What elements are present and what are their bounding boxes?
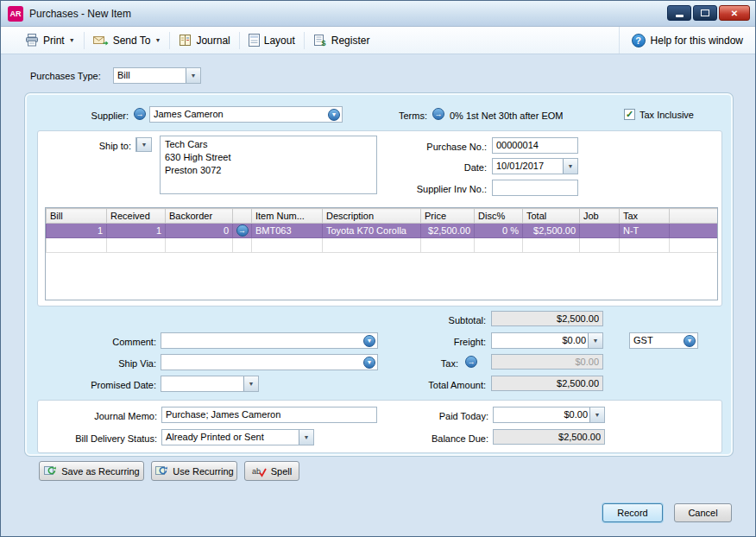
cell-tax[interactable]: N-T <box>620 224 670 238</box>
paid-today-field[interactable]: $0.00 ▼ <box>493 407 605 423</box>
cell-backorder[interactable]: 0 <box>166 224 233 238</box>
terms-value: 0% 1st Net 30th after EOM <box>450 108 563 123</box>
minimize-button[interactable] <box>667 5 691 21</box>
close-button[interactable]: ✕ <box>719 5 750 21</box>
purchase-no-field[interactable]: 00000014 <box>492 137 578 154</box>
svg-text:$: $ <box>321 39 325 47</box>
row-detail-arrow-icon[interactable]: → <box>236 224 249 237</box>
record-button[interactable]: Record <box>602 503 663 522</box>
table-row-empty[interactable] <box>47 238 718 253</box>
supplier-zoom-arrow-icon[interactable]: → <box>134 108 146 120</box>
subtotal-label: Subtotal: <box>400 313 486 328</box>
cell-filler <box>670 238 718 253</box>
cell-total[interactable] <box>523 238 580 253</box>
date-dropdown-button[interactable]: ▼ <box>563 159 577 174</box>
journal-button[interactable]: Journal <box>170 29 238 52</box>
cell-item-number[interactable] <box>252 238 323 253</box>
layout-button[interactable]: Layout <box>240 29 304 52</box>
cell-price[interactable] <box>421 238 475 253</box>
col-header-bill: Bill <box>47 209 107 224</box>
promised-date-field[interactable]: ▼ <box>161 376 259 392</box>
bill-delivery-status-select[interactable]: Already Printed or Sent ▼ <box>161 429 314 445</box>
ship-via-select[interactable]: ▼ <box>161 354 378 370</box>
supplier-inv-no-label: Supplier Inv No.: <box>386 181 487 197</box>
terms-label: Terms: <box>363 108 427 123</box>
tax-value: $0.00 <box>495 356 599 369</box>
table-header-row: Bill Received Backorder Item Num... Desc… <box>47 209 718 224</box>
journal-memo-field[interactable]: Purchase; James Cameron <box>161 407 377 423</box>
ship-to-address-field[interactable]: Tech Cars 630 High Street Preston 3072 <box>160 136 377 194</box>
cell-bill[interactable]: 1 <box>47 224 107 238</box>
cell-arrow: → <box>233 224 252 238</box>
freight-label: Freight: <box>400 334 486 350</box>
bill-delivery-status-value: Already Printed or Sent <box>166 431 310 444</box>
total-amount-label: Total Amount: <box>400 377 486 393</box>
cell-job[interactable] <box>580 238 620 253</box>
cell-received[interactable] <box>107 238 166 253</box>
comment-label: Comment: <box>68 334 156 350</box>
gst-dropdown-button[interactable]: ▼ <box>684 335 696 347</box>
bill-delivery-status-label: Bill Delivery Status: <box>60 431 157 446</box>
paid-today-label: Paid Today: <box>400 408 488 424</box>
use-recurring-button[interactable]: Use Recurring <box>151 461 237 481</box>
cell-backorder[interactable] <box>166 238 233 253</box>
terms-zoom-arrow-icon[interactable]: → <box>432 108 444 120</box>
cell-received[interactable]: 1 <box>107 224 166 238</box>
cell-disc[interactable] <box>475 238 523 253</box>
freight-field[interactable]: $0.00 ▼ <box>491 332 603 349</box>
total-amount-field: $2,500.00 <box>491 376 603 391</box>
help-button[interactable]: ? Help for this window <box>619 27 755 54</box>
send-to-button[interactable]: Send To ▼ <box>85 29 170 52</box>
check-icon: ✓ <box>626 110 633 119</box>
save-as-recurring-button[interactable]: Save as Recurring <box>39 461 144 481</box>
gst-select[interactable]: GST ▼ <box>629 332 698 349</box>
memo-panel: Journal Memo: Purchase; James Cameron Bi… <box>37 400 722 453</box>
cell-bill[interactable] <box>47 238 107 253</box>
register-button[interactable]: $ Register <box>305 29 379 52</box>
purchases-type-select[interactable]: Bill ▼ <box>113 67 201 84</box>
purchases-type-label: Purchases Type: <box>30 68 101 84</box>
purchases-type-dropdown-button[interactable]: ▼ <box>186 68 200 83</box>
table-row-selected[interactable]: 1 1 0 → BMT063 Toyota K70 Corolla $2,500… <box>47 224 718 238</box>
tax-inclusive-checkbox[interactable]: ✓ <box>624 109 635 120</box>
cell-tax[interactable] <box>620 238 670 253</box>
balance-due-field: $2,500.00 <box>493 429 605 445</box>
col-header-received: Received <box>107 209 166 224</box>
chevron-down-icon: ▼ <box>687 338 693 344</box>
tax-zoom-arrow-icon[interactable]: → <box>465 356 477 368</box>
paid-today-dropdown-button[interactable]: ▼ <box>589 407 604 422</box>
comment-select[interactable]: ▼ <box>161 332 378 349</box>
supplier-dropdown-button[interactable]: ▼ <box>328 109 340 121</box>
cancel-button[interactable]: Cancel <box>674 503 732 522</box>
printer-icon <box>25 34 39 47</box>
ship-to-dropdown-button[interactable]: ▼ <box>136 138 151 151</box>
freight-dropdown-button[interactable]: ▼ <box>588 333 602 348</box>
maximize-button[interactable] <box>693 5 717 21</box>
cell-total[interactable]: $2,500.00 <box>523 224 580 238</box>
subtotal-field: $2,500.00 <box>491 311 603 326</box>
supplier-value: James Cameron <box>154 108 338 121</box>
ship-to-dropdown[interactable]: ▼ <box>135 137 152 152</box>
comment-dropdown-button[interactable]: ▼ <box>363 335 375 347</box>
cell-disc[interactable]: 0 % <box>475 224 523 238</box>
save-as-recurring-label: Save as Recurring <box>61 466 140 477</box>
supplier-select[interactable]: James Cameron ▼ <box>149 106 343 123</box>
cell-description[interactable] <box>323 238 421 253</box>
register-icon: $ <box>313 34 327 47</box>
chevron-down-icon: ▼ <box>568 163 574 169</box>
print-button[interactable]: Print ▼ <box>16 29 84 52</box>
col-header-price: Price <box>421 209 475 224</box>
bill-delivery-dropdown-button[interactable]: ▼ <box>299 430 313 445</box>
cell-price[interactable]: $2,500.00 <box>421 224 475 238</box>
tax-field: $0.00 <box>491 354 603 370</box>
cell-item-number[interactable]: BMT063 <box>252 224 323 238</box>
cell-description[interactable]: Toyota K70 Corolla <box>323 224 421 238</box>
cell-job[interactable] <box>580 224 620 238</box>
promised-date-dropdown-button[interactable]: ▼ <box>243 376 258 391</box>
supplier-inv-no-field[interactable] <box>492 180 578 196</box>
balance-due-value: $2,500.00 <box>497 431 601 444</box>
line-items-table: Bill Received Backorder Item Num... Desc… <box>45 207 718 300</box>
window-title: Purchases - New Item <box>29 8 131 20</box>
date-field[interactable]: 10/01/2017 ▼ <box>492 158 578 174</box>
spell-button[interactable]: ab Spell <box>244 461 299 481</box>
